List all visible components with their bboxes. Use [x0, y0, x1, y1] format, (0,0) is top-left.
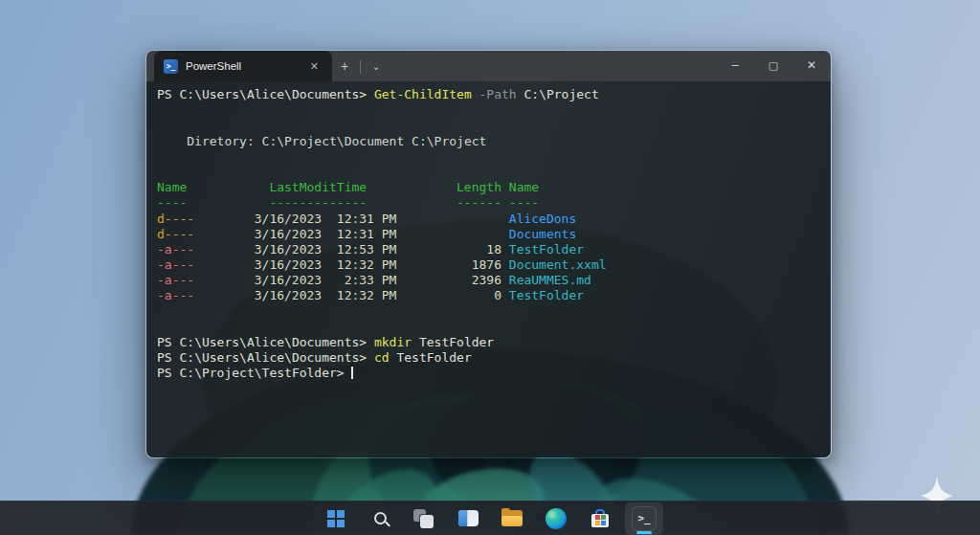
file-name: Documents [509, 227, 576, 241]
file-length: 0 [396, 288, 501, 303]
underline-mode: ---- [157, 195, 255, 211]
prompt-text: PS C:\Users\Alice\Documents> [157, 87, 367, 101]
terminal-content[interactable]: PS C:\Users\Alice\Documents>Get-ChildIte… [146, 81, 831, 458]
table-row: -a---3/16/20232:33 PM2396ReaUMMES.md [157, 273, 823, 288]
file-mode: d---- [157, 227, 255, 242]
header-name: Name [509, 180, 539, 194]
terminal-line-prompt: PS C:\Project\TestFolder> [157, 366, 823, 381]
table-underline-row: --------------------------- [157, 195, 823, 211]
taskbar-search-button[interactable] [361, 502, 399, 535]
file-time: 12:32 PM [322, 257, 396, 273]
argument-text: TestFolder [396, 350, 471, 365]
file-date: 3/16/2023 [255, 242, 322, 257]
taskbar-start-button[interactable] [317, 502, 355, 535]
window-controls: – ▢ ✕ [716, 51, 831, 79]
file-name: Document.xxml [509, 257, 607, 272]
windows-logo-icon [327, 510, 345, 527]
taskbar-widgets-button[interactable] [449, 502, 487, 535]
table-row: -a---3/16/202312:32 PM0TestFolder [157, 288, 823, 303]
terminal-icon: >_ [632, 506, 657, 531]
argument-text: TestFolder [419, 335, 494, 349]
powershell-window: >_ PowerShell ✕ + ⌄ – ▢ ✕ PS C:\Users\Al… [145, 50, 832, 458]
file-length: 2396 [396, 273, 501, 288]
file-date: 3/16/2023 [255, 257, 322, 273]
tab-powershell[interactable]: >_ PowerShell ✕ [154, 51, 332, 81]
header-mode: Name [157, 180, 255, 195]
file-length: 18 [396, 242, 501, 257]
new-tab-button[interactable]: + [332, 54, 357, 78]
file-time: 12:31 PM [322, 227, 396, 242]
tab-close-icon[interactable]: ✕ [306, 58, 323, 75]
prompt-text: PS C:\Project\TestFolder> [157, 366, 345, 380]
terminal-line-command1: PS C:\Users\Alice\Documents>Get-ChildIte… [157, 87, 823, 102]
file-name: AliceDons [509, 212, 576, 226]
underline-lastmodittime: ------------- [255, 195, 367, 211]
file-mode: -a--- [157, 257, 255, 273]
folder-icon [501, 510, 523, 526]
taskbar-store-button[interactable] [581, 502, 619, 535]
close-button[interactable]: ✕ [792, 51, 831, 79]
taskbar-terminal-button[interactable]: >_ [625, 502, 663, 535]
prompt-text: PS C:\Users\Alice\Documents> [157, 335, 367, 349]
taskbar: >_ [0, 501, 980, 535]
table-row: d----3/16/202312:31 PMDocuments [157, 227, 823, 242]
file-date: 3/16/2023 [255, 212, 322, 227]
command-text: mkdir [374, 335, 412, 349]
search-icon [374, 512, 387, 524]
maximize-button[interactable]: ▢ [754, 51, 792, 79]
file-time: 12:32 PM [322, 288, 396, 303]
file-mode: -a--- [157, 273, 255, 288]
tab-separator [360, 60, 361, 74]
prompt-text: PS C:\Users\Alice\Documents> [157, 350, 367, 365]
command-text: Get-ChildItem [374, 87, 472, 101]
dir-table: NameLastModitTimeLengthName-------------… [157, 180, 823, 304]
taskbar-edge-button[interactable] [537, 502, 575, 535]
file-date: 3/16/2023 [255, 288, 322, 303]
table-row: -a---3/16/202312:32 PM1876Document.xxml [157, 257, 823, 273]
command-text: cd [374, 350, 390, 365]
argument-text: C:\Project [523, 87, 598, 101]
header-lastmodittime: LastModitTime [255, 180, 367, 195]
file-time: 12:31 PM [322, 212, 396, 227]
file-length: 1876 [396, 257, 501, 273]
tab-title: PowerShell [186, 60, 306, 72]
file-date: 3/16/2023 [255, 273, 322, 288]
task-view-icon [412, 508, 435, 529]
file-name: TestFolder [509, 242, 584, 256]
parameter-text: -Path [479, 87, 517, 101]
powershell-icon: >_ [164, 59, 178, 74]
taskbar-file-explorer-button[interactable] [493, 502, 531, 535]
file-name: ReaUMMES.md [509, 273, 591, 287]
file-time: 2:33 PM [322, 273, 396, 288]
table-row: -a---3/16/202312:53 PM18TestFolder [157, 242, 823, 257]
widgets-icon [458, 510, 479, 526]
file-mode: d---- [157, 212, 255, 227]
terminal-line-command3: PS C:\Users\Alice\Documents>cdTestFolder [157, 350, 823, 366]
file-name: TestFolder [509, 288, 584, 302]
tab-dropdown-button[interactable]: ⌄ [364, 54, 389, 78]
minimize-button[interactable]: – [716, 51, 754, 79]
terminal-cursor [351, 367, 353, 379]
terminal-line-command2: PS C:\Users\Alice\Documents>mkdirTestFol… [157, 335, 823, 350]
window-titlebar: >_ PowerShell ✕ + ⌄ – ▢ ✕ [146, 51, 831, 81]
underline-length: ------ [367, 195, 501, 211]
edge-browser-icon [546, 508, 567, 529]
table-row: d----3/16/202312:31 PMAliceDons [157, 212, 823, 227]
header-length: Length [367, 180, 501, 195]
file-mode: -a--- [157, 242, 255, 257]
taskbar-task-view-button[interactable] [405, 502, 443, 535]
directory-line: Diretory: C:\Project\Document C:\Project [157, 134, 823, 149]
file-date: 3/16/2023 [255, 227, 322, 242]
table-header-row: NameLastModitTimeLengthName [157, 180, 823, 195]
underline-name: ---- [509, 195, 539, 210]
file-mode: -a--- [157, 288, 255, 303]
microsoft-store-icon [590, 509, 610, 528]
file-time: 12:53 PM [322, 242, 396, 257]
